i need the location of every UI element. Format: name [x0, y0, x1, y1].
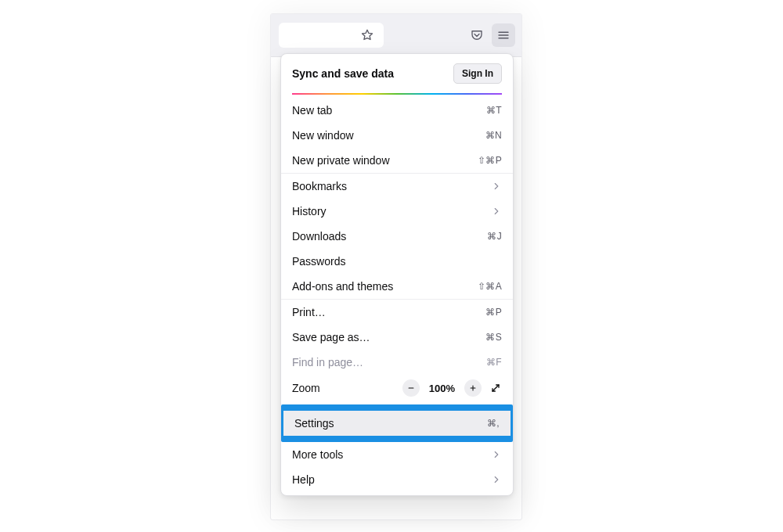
menu-item-zoom: Zoom 100% [281, 375, 513, 404]
settings-highlight: Settings ⌘, [281, 404, 513, 442]
menu-item-new-private-window[interactable]: New private window ⇧⌘P [281, 148, 513, 173]
menu-item-settings[interactable]: Settings ⌘, [283, 411, 511, 436]
menu-item-label: Help [292, 473, 315, 486]
svg-line-6 [493, 385, 499, 391]
menu-item-label: New window [292, 129, 354, 142]
chevron-right-icon [491, 181, 502, 192]
menu-item-passwords[interactable]: Passwords [281, 249, 513, 274]
chevron-right-icon [491, 474, 502, 485]
urlbar-fragment [279, 23, 384, 48]
hamburger-icon[interactable] [492, 23, 515, 47]
fullscreen-icon[interactable] [489, 382, 502, 394]
menu-item-shortcut: ⌘P [479, 307, 502, 318]
browser-toolbar [271, 14, 521, 57]
menu-item-shortcut: ⇧⌘A [471, 281, 502, 292]
menu-item-print[interactable]: Print… ⌘P [281, 300, 513, 325]
zoom-in-button[interactable] [464, 379, 482, 397]
app-menu: Sync and save data Sign In New tab ⌘T Ne… [280, 53, 514, 496]
menu-item-label: Passwords [292, 255, 345, 268]
menu-item-save-page[interactable]: Save page as… ⌘S [281, 325, 513, 350]
menu-item-shortcut: ⌘S [479, 332, 502, 343]
menu-item-more-tools[interactable]: More tools [281, 442, 513, 467]
chevron-right-icon [491, 449, 502, 460]
sign-in-button[interactable]: Sign In [453, 63, 502, 84]
menu-item-new-window[interactable]: New window ⌘N [281, 123, 513, 148]
star-icon[interactable] [355, 23, 379, 47]
zoom-out-button[interactable] [402, 379, 420, 397]
menu-item-shortcut: ⌘N [479, 130, 502, 141]
chevron-right-icon [491, 206, 502, 217]
menu-item-addons[interactable]: Add-ons and themes ⇧⌘A [281, 274, 513, 299]
menu-item-bookmarks[interactable]: Bookmarks [281, 174, 513, 199]
zoom-controls: 100% [402, 379, 502, 397]
menu-item-downloads[interactable]: Downloads ⌘J [281, 224, 513, 249]
menu-item-help[interactable]: Help [281, 467, 513, 492]
menu-item-label: History [292, 205, 327, 217]
menu-item-shortcut: ⌘, [481, 418, 500, 429]
menu-item-shortcut: ⌘J [481, 231, 502, 242]
menu-item-label: Settings [294, 417, 334, 430]
menu-item-history[interactable]: History [281, 199, 513, 224]
menu-item-new-tab[interactable]: New tab ⌘T [281, 98, 513, 123]
menu-item-find[interactable]: Find in page… ⌘F [281, 350, 513, 375]
menu-item-label: Add-ons and themes [292, 280, 393, 293]
menu-item-label: Find in page… [292, 356, 363, 368]
pocket-icon[interactable] [465, 23, 489, 47]
zoom-label: Zoom [292, 382, 320, 394]
sync-row: Sync and save data Sign In [281, 54, 513, 93]
menu-item-label: More tools [292, 448, 343, 461]
sync-title: Sync and save data [292, 67, 394, 80]
menu-item-shortcut: ⇧⌘P [471, 155, 502, 166]
menu-item-shortcut: ⌘T [480, 105, 502, 116]
menu-item-label: Save page as… [292, 331, 370, 343]
menu-item-label: Bookmarks [292, 180, 347, 192]
menu-item-label: Downloads [292, 230, 346, 243]
menu-item-label: Print… [292, 306, 326, 318]
menu-item-shortcut: ⌘F [480, 357, 502, 368]
menu-item-label: New tab [292, 104, 332, 117]
zoom-value: 100% [428, 383, 456, 394]
menu-item-label: New private window [292, 154, 390, 167]
